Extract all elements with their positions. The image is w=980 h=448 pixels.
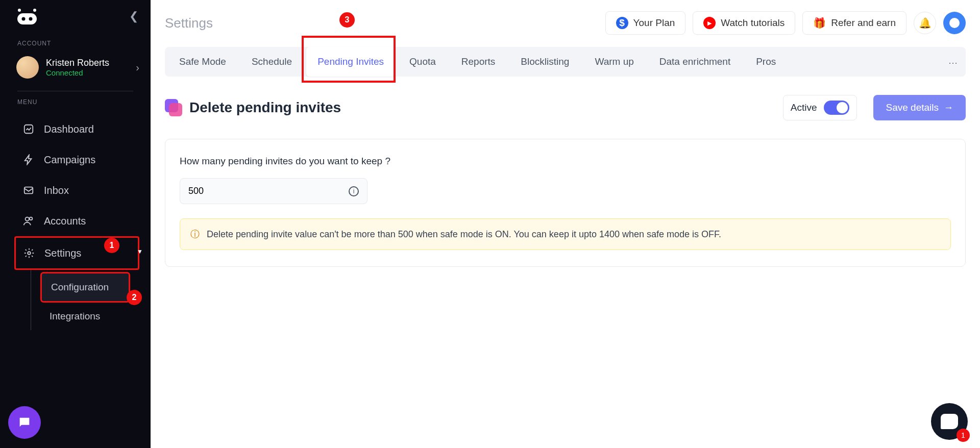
sidebar-item-campaigns[interactable]: Campaigns xyxy=(0,144,151,175)
svg-point-7 xyxy=(26,217,29,221)
tab-safe-mode[interactable]: Safe Mode xyxy=(168,47,237,77)
active-toggle[interactable] xyxy=(824,101,849,115)
annotation-badge-1: 1 xyxy=(104,238,119,253)
question-label: How many pending invites do you want to … xyxy=(180,156,951,167)
pending-invites-input[interactable]: 500 i xyxy=(180,178,368,204)
tab-reports[interactable]: Reports xyxy=(450,47,507,77)
sidebar-item-label: Settings xyxy=(44,247,81,259)
bell-icon: 🔔 xyxy=(919,17,932,29)
svg-point-3 xyxy=(22,17,26,21)
chevron-right-icon: › xyxy=(136,62,139,73)
sidebar-item-accounts[interactable]: Accounts xyxy=(0,206,151,236)
svg-point-4 xyxy=(29,17,33,21)
help-chat-button[interactable]: 1 xyxy=(931,403,968,440)
svg-point-0 xyxy=(18,9,21,12)
tabs-overflow-button[interactable]: ⋯ xyxy=(948,57,958,68)
account-switcher[interactable]: Kristen Roberts Connected › xyxy=(0,52,151,88)
sidebar-item-label: Inbox xyxy=(44,185,69,196)
profile-avatar-button[interactable] xyxy=(943,12,966,34)
chat-badge: 1 xyxy=(957,429,970,442)
account-section-label: ACCOUNT xyxy=(0,33,151,52)
collapse-sidebar-button[interactable]: ❮ xyxy=(129,10,138,23)
dollar-icon: $ xyxy=(616,17,628,29)
dashboard-icon xyxy=(22,123,35,135)
page-title: Settings 3 xyxy=(165,15,598,31)
refer-earn-button[interactable]: 🎁 Refer and earn xyxy=(802,11,906,35)
submenu-integrations[interactable]: Integrations xyxy=(40,303,151,330)
section-icon xyxy=(165,99,182,116)
submenu-configuration[interactable]: Configuration xyxy=(40,272,130,303)
active-toggle-group: Active xyxy=(783,95,857,120)
save-details-button[interactable]: Save details → xyxy=(873,95,966,120)
gift-icon: 🎁 xyxy=(813,17,826,29)
sidebar-item-settings[interactable]: Settings ▼ xyxy=(14,236,139,270)
tab-pros[interactable]: Pros xyxy=(745,47,787,77)
svg-rect-2 xyxy=(17,13,37,24)
tab-warm-up[interactable]: Warm up xyxy=(583,47,645,77)
menu-section-label: MENU xyxy=(0,91,151,111)
svg-point-9 xyxy=(28,252,31,255)
watch-tutorials-button[interactable]: ▶ Watch tutorials xyxy=(693,11,795,35)
your-plan-button[interactable]: $ Your Plan xyxy=(605,11,686,35)
sidebar-item-label: Campaigns xyxy=(44,154,95,166)
tab-blocklisting[interactable]: Blocklisting xyxy=(509,47,580,77)
user-name: Kristen Roberts xyxy=(46,58,109,68)
warning-alert: ⓘ Delete pending invite value can't be m… xyxy=(180,218,951,250)
arrow-right-icon: → xyxy=(944,102,953,113)
alert-icon: ⓘ xyxy=(190,228,200,240)
section-title: Delete pending invites xyxy=(189,99,776,116)
sidebar-item-inbox[interactable]: Inbox xyxy=(0,175,151,206)
inbox-icon xyxy=(22,184,35,196)
annotation-badge-2: 2 xyxy=(127,290,142,305)
svg-point-1 xyxy=(33,9,36,12)
sidebar-item-label: Accounts xyxy=(44,215,86,227)
caret-down-icon: ▼ xyxy=(137,248,143,255)
info-icon[interactable]: i xyxy=(349,186,359,196)
campaigns-icon xyxy=(22,154,35,166)
chat-icon xyxy=(941,414,958,429)
active-label: Active xyxy=(791,102,817,113)
notifications-button[interactable]: 🔔 xyxy=(914,12,936,34)
sidebar-item-dashboard[interactable]: Dashboard xyxy=(0,114,151,144)
user-status: Connected xyxy=(46,68,109,77)
svg-point-8 xyxy=(30,217,33,220)
sidebar-item-label: Dashboard xyxy=(44,123,94,135)
tab-quota[interactable]: Quota xyxy=(398,47,447,77)
gear-icon xyxy=(23,247,35,259)
user-avatar xyxy=(16,56,39,79)
tab-data-enrichment[interactable]: Data enrichment xyxy=(648,47,742,77)
tab-pending-invites[interactable]: Pending Invites xyxy=(306,47,395,77)
annotation-badge-3: 3 xyxy=(339,12,355,28)
youtube-icon: ▶ xyxy=(703,17,716,29)
app-logo xyxy=(14,6,40,27)
tab-schedule[interactable]: Schedule xyxy=(240,47,303,77)
svg-rect-6 xyxy=(24,187,33,194)
accounts-icon xyxy=(22,215,35,227)
support-chat-button[interactable] xyxy=(8,406,41,439)
